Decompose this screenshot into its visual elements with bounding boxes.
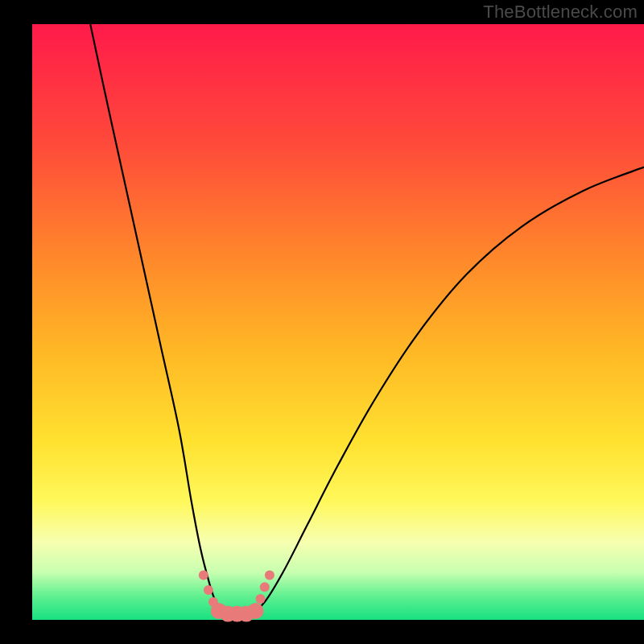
watermark-text: TheBottleneck.com: [483, 2, 638, 23]
valley-marker: [199, 571, 208, 580]
valley-marker: [260, 582, 270, 592]
gradient-background: [32, 24, 644, 620]
chart-frame: TheBottleneck.com: [0, 0, 644, 644]
valley-marker: [255, 594, 265, 604]
bottleneck-chart: [0, 0, 644, 644]
valley-marker: [204, 585, 213, 595]
valley-marker: [247, 603, 263, 619]
valley-marker: [265, 571, 275, 580]
